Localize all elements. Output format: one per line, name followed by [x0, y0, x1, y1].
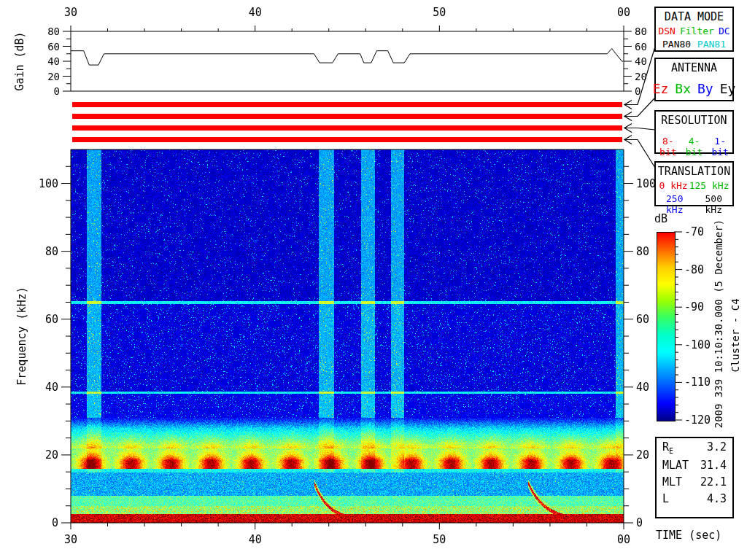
gain-tick-label-left: 20	[47, 71, 60, 82]
gain-tick-label-right: 40	[635, 56, 647, 66]
time-tick-label-bottom: 40	[249, 534, 262, 545]
freq-tick-label-left: 100	[39, 178, 58, 189]
freq-tick-label-left: 20	[45, 449, 58, 460]
freq-tick-label-right: 60	[636, 314, 649, 324]
time-axis-title: TIME (sec)	[656, 530, 721, 541]
coverage-bar	[72, 125, 622, 131]
resolution-box: RESOLUTION 8-bit4-bit1-bit	[654, 110, 734, 154]
plot-path	[624, 128, 655, 131]
plot-path	[71, 49, 624, 66]
freq-tick-label-right: 20	[636, 449, 649, 460]
re-value: 3.2	[707, 440, 727, 455]
mlat-value: 31.4	[700, 459, 727, 472]
colorbar-tick-label: -70	[684, 227, 704, 238]
gain-tick-label-left: 40	[47, 56, 60, 66]
value-token: 4-bit	[682, 136, 707, 158]
value-token: By	[697, 81, 713, 96]
resolution-values: 8-bit4-bit1-bit	[656, 136, 732, 158]
resolution-title: RESOLUTION	[656, 114, 732, 127]
freq-tick-label-left: 80	[45, 246, 58, 257]
coverage-bar	[72, 137, 622, 142]
gain-tick-label-right: 60	[635, 42, 647, 52]
gain-tick-label-right: 80	[635, 26, 647, 36]
value-token: Bx	[675, 81, 691, 96]
axes-overlay	[0, 0, 747, 560]
freq-tick-label-left: 40	[45, 381, 58, 392]
freq-tick-label-right: 80	[636, 246, 649, 257]
data-mode-title: DATA MODE	[656, 10, 732, 23]
value-token: PAN81	[697, 39, 726, 50]
ephemeris-box: RE 3.2 MLAT 31.4 MLT 22.1 L 4.3	[655, 437, 734, 518]
mlt-value: 22.1	[700, 475, 727, 489]
value-token: DC	[719, 26, 730, 36]
time-tick-label-top: 00	[617, 7, 630, 18]
gain-tick-label-left: 0	[54, 86, 60, 96]
antenna-title: ANTENNA	[656, 61, 732, 74]
gain-tick-label-right: 0	[635, 86, 640, 96]
colorbar-tick-label: -80	[684, 264, 704, 275]
value-token: 250 kHz	[656, 193, 694, 215]
translation-box: TRANSLATION 0 kHz125 kHz 250 kHz500 kHz	[654, 161, 734, 206]
value-token: 125 kHz	[689, 180, 729, 191]
value-token: 0 kHz	[659, 180, 688, 191]
freq-tick-label-right: 40	[636, 381, 649, 392]
l-value: 4.3	[707, 492, 727, 505]
value-token: 500 kHz	[695, 193, 733, 215]
ephemeris-row-mlt: MLT 22.1	[657, 473, 732, 490]
colorbar-tick-label: -90	[684, 302, 704, 313]
value-token: Ez	[653, 81, 669, 96]
ephemeris-row-re: RE 3.2	[657, 438, 732, 456]
coverage-bar	[72, 102, 622, 107]
mlat-label: MLAT	[662, 459, 689, 472]
colorbar	[657, 232, 676, 421]
freq-tick-label-right: 0	[636, 518, 643, 529]
translation-values-1: 0 kHz125 kHz	[656, 180, 732, 191]
spacecraft-text: Cluster - C4	[730, 298, 740, 372]
value-token: 1-bit	[708, 136, 732, 158]
colorbar-tick-label: -120	[684, 415, 711, 426]
value-token: 8-bit	[656, 136, 681, 158]
ephemeris-row-l: L 4.3	[657, 490, 732, 507]
freq-tick-label-left: 0	[52, 518, 58, 529]
freq-axis-label: Frequency (kHz)	[17, 287, 28, 385]
gain-axis-label: Gain (dB)	[15, 31, 26, 90]
antenna-values: EzBxByEy	[656, 81, 732, 96]
plot-path	[624, 140, 655, 168]
value-token: DSN	[658, 26, 675, 36]
mlt-label: MLT	[662, 475, 682, 489]
time-tick-label-bottom: 30	[64, 534, 77, 545]
ephemeris-row-mlat: MLAT 31.4	[657, 456, 732, 473]
gain-tick-label-right: 20	[635, 71, 647, 82]
data-mode-values: DSNFilterDC	[656, 26, 732, 36]
data-mode-box: DATA MODE DSNFilterDC PAN80PAN81	[654, 7, 734, 52]
translation-title: TRANSLATION	[656, 165, 732, 178]
colorbar-tick-label: -110	[684, 377, 711, 388]
coverage-bar	[72, 114, 622, 119]
value-token: Filter	[680, 26, 714, 36]
time-tick-label-top: 50	[433, 7, 446, 18]
gain-tick-label-left: 60	[47, 42, 60, 52]
time-tick-label-top: 40	[249, 7, 262, 18]
re-label: RE	[662, 440, 673, 455]
time-tick-label-top: 30	[64, 7, 77, 18]
value-token: Ey	[720, 81, 736, 96]
translation-values-2: 250 kHz500 kHz	[656, 193, 732, 215]
freq-tick-label-left: 60	[45, 314, 58, 324]
timestamp-text: 2009 339 10:10:30.000 (5 December)	[713, 219, 724, 429]
value-token: PAN80	[662, 39, 691, 50]
wbd-spectrogram-display: { "title": "Cluster WBD spectrogram disp…	[0, 0, 747, 560]
antenna-box: ANTENNA EzBxByEy	[654, 58, 734, 101]
time-tick-label-bottom: 50	[433, 534, 446, 545]
l-label: L	[662, 492, 669, 505]
freq-tick-label-right: 100	[636, 178, 656, 189]
gain-tick-label-left: 80	[47, 26, 60, 36]
data-mode-pan-values: PAN80PAN81	[656, 39, 732, 50]
time-tick-label-bottom: 00	[617, 534, 630, 545]
colorbar-tick-label: -100	[684, 339, 711, 350]
